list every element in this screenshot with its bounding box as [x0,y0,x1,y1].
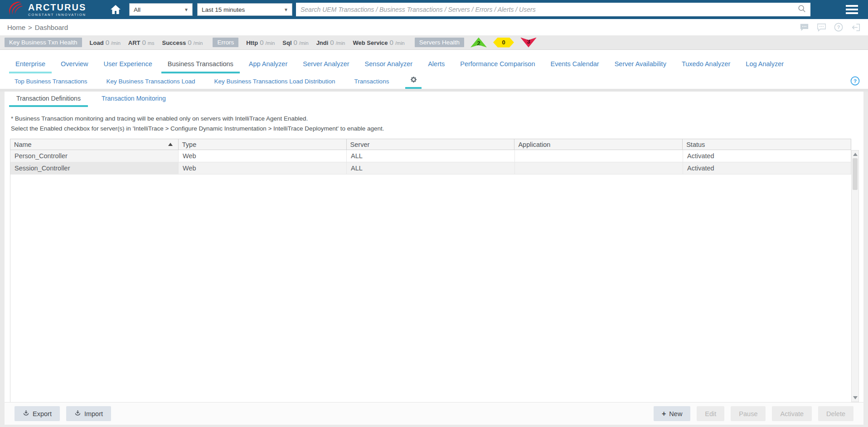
tab-key-business-transactions-load-distribution[interactable]: Key Business Transactions Load Distribut… [208,74,341,88]
comment-outline-icon[interactable] [816,23,826,32]
column-header-status[interactable]: Status [683,139,851,150]
logout-icon[interactable] [851,23,861,32]
grid-header: Name Type Server Application Status [10,139,851,150]
cell-type: Web [179,150,347,162]
column-header-application[interactable]: Application [514,139,683,150]
errors-badge: Errors [213,38,238,47]
scrollbar-up-icon[interactable] [852,151,858,157]
brand-tagline: CONSTANT INNOVATION [28,13,86,17]
tab-events-calendar[interactable]: Events Calendar [544,60,606,73]
svg-text:?: ? [837,24,840,30]
tab-transaction-definitions[interactable]: Transaction Definitions [9,95,88,107]
secondary-tab-bar: Top Business Transactions Key Business T… [0,73,868,89]
arcturus-swoosh-icon [6,0,24,19]
cell-name: Person_Controller [10,150,179,162]
new-button[interactable]: + New [654,406,690,421]
tab-performance-comparison[interactable]: Performance Comparison [454,60,541,73]
tab-server-availability[interactable]: Server Availability [608,60,673,73]
metric-web-service: Web Service 0 /min [353,39,404,46]
export-button[interactable]: Export [15,406,60,421]
breadcrumb-separator: > [28,24,32,31]
servers-warning-diamond-badge[interactable]: 0 [493,38,514,48]
info-notes: * Business Transaction monitoring and tr… [5,107,863,132]
edit-button[interactable]: Edit [697,406,724,421]
table-row-person-controller[interactable]: Person_Controller Web ALL Activated [10,150,851,162]
tab-enterprise[interactable]: Enterprise [9,60,52,73]
pause-button[interactable]: Pause [731,406,766,421]
metric-success: Success 0 /min [162,39,203,46]
time-range-value: Last 15 minutes [202,6,245,13]
note-intellitrace-agent: * Business Transaction monitoring and tr… [11,115,857,122]
scrollbar-thumb[interactable] [853,158,858,190]
svg-text:?: ? [853,78,857,84]
tab-business-transactions[interactable]: Business Transactions [161,60,240,73]
servers-health-badge: Servers Health [415,38,464,47]
tab-user-experience[interactable]: User Experience [97,60,159,73]
breadcrumb: Home > Dashboard [7,24,68,31]
global-filter-select[interactable]: All ▼ [129,3,193,16]
column-header-type[interactable]: Type [179,139,347,150]
servers-critical-down-arrow-badge[interactable]: 3 [520,38,537,48]
tab-tuxedo-analyzer[interactable]: Tuxedo Analyzer [675,60,737,73]
status-bar: Key Business Txn Health Load 0 /min ART … [0,35,868,50]
breadcrumb-home-link[interactable]: Home [7,24,25,31]
servers-healthy-up-arrow-badge[interactable]: 2 [470,38,487,48]
tab-app-analyzer[interactable]: App Analyzer [242,60,294,73]
import-button[interactable]: Import [66,406,111,421]
tab-transaction-monitoring[interactable]: Transaction Monitoring [94,95,173,107]
tertiary-tab-bar: Transaction Definitions Transaction Moni… [5,92,863,107]
cell-name: Session_Controller [10,162,179,175]
cell-status: Activated [683,162,851,175]
time-range-select[interactable]: Last 15 minutes ▼ [197,3,292,16]
cell-server: ALL [347,162,515,175]
cell-server: ALL [347,150,515,162]
transaction-definitions-grid: Name Type Server Application Status Pers… [10,139,859,402]
help-circle-icon[interactable]: ? [850,76,860,87]
tab-log-analyzer[interactable]: Log Analyzer [739,60,790,73]
content-panel: Transaction Definitions Transaction Moni… [5,92,863,425]
tab-key-business-transactions-load[interactable]: Key Business Transactions Load [100,74,202,88]
grid-toolbar: Export Import + New Edit Pause Activate [5,402,863,425]
global-filter-value: All [134,6,141,13]
metric-art: ART 0 ms [128,39,155,46]
cell-application [515,162,683,175]
grid-body: Person_Controller Web ALL Activated Sess… [10,150,851,402]
brand-name: ARCTURUS [28,3,86,12]
table-row-session-controller[interactable]: Session_Controller Web ALL Activated [10,162,851,175]
help-icon[interactable]: ? [834,23,844,32]
tab-overview[interactable]: Overview [54,60,94,73]
scrollbar-track[interactable] [852,157,858,395]
scrollbar-down-icon[interactable] [852,395,858,401]
vertical-scrollbar[interactable] [851,150,859,402]
metric-sql: Sql 0 /min [282,39,308,46]
cell-type: Web [179,162,347,175]
column-header-server[interactable]: Server [347,139,515,150]
cell-application [515,150,683,162]
note-enable-agent: Select the Enabled checkbox for server(s… [11,125,857,132]
metric-http: Http 0 /min [246,39,275,46]
chevron-down-icon: ▼ [284,7,288,12]
brand-logo: ARCTURUS CONSTANT INNOVATION [6,0,104,19]
hamburger-menu-icon[interactable] [846,5,858,14]
column-header-name[interactable]: Name [10,139,179,150]
tab-alerts[interactable]: Alerts [422,60,451,73]
tab-top-business-transactions[interactable]: Top Business Transactions [8,74,94,88]
metric-load: Load 0 /min [90,39,121,46]
global-search [296,3,810,16]
tab-server-analyzer[interactable]: Server Analyzer [296,60,355,73]
feedback-filled-icon[interactable] [799,23,809,32]
search-input[interactable] [301,6,798,13]
home-icon[interactable] [110,5,121,15]
tab-sensor-analyzer[interactable]: Sensor Analyzer [359,60,419,73]
tab-transactions[interactable]: Transactions [348,74,396,88]
tab-transaction-settings[interactable] [402,74,425,89]
chevron-down-icon: ▼ [184,7,189,12]
import-icon [74,410,81,418]
breadcrumb-current: Dashboard [35,24,68,31]
breadcrumb-row: Home > Dashboard ? [0,19,868,35]
search-icon[interactable] [798,5,806,15]
key-txn-health-badge: Key Business Txn Health [5,38,82,47]
delete-button[interactable]: Delete [818,406,853,421]
metric-jndi: Jndi 0 /min [316,39,345,46]
activate-button[interactable]: Activate [772,406,812,421]
